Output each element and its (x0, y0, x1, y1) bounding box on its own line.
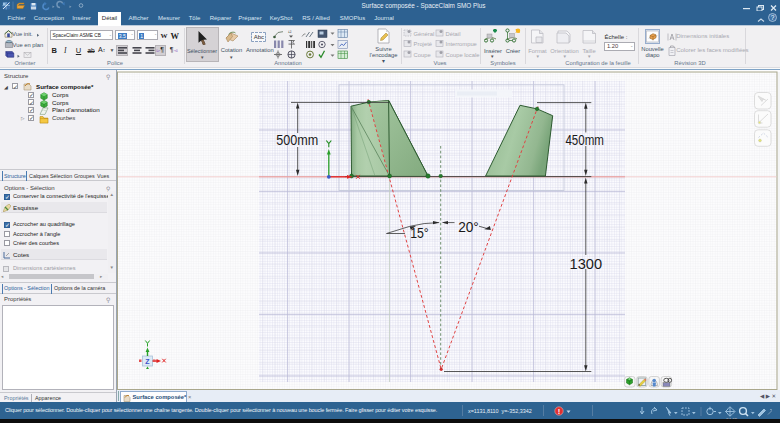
svg-text:1300: 1300 (570, 255, 603, 272)
svg-text:?: ? (771, 14, 775, 21)
svg-text:Z: Z (145, 358, 150, 365)
svg-text:450mm: 450mm (565, 131, 604, 148)
svg-text:20°: 20° (458, 218, 479, 235)
svg-text:¹²: ¹² (288, 29, 292, 35)
svg-text:!: ! (558, 406, 561, 415)
svg-text:500mm: 500mm (276, 131, 318, 148)
